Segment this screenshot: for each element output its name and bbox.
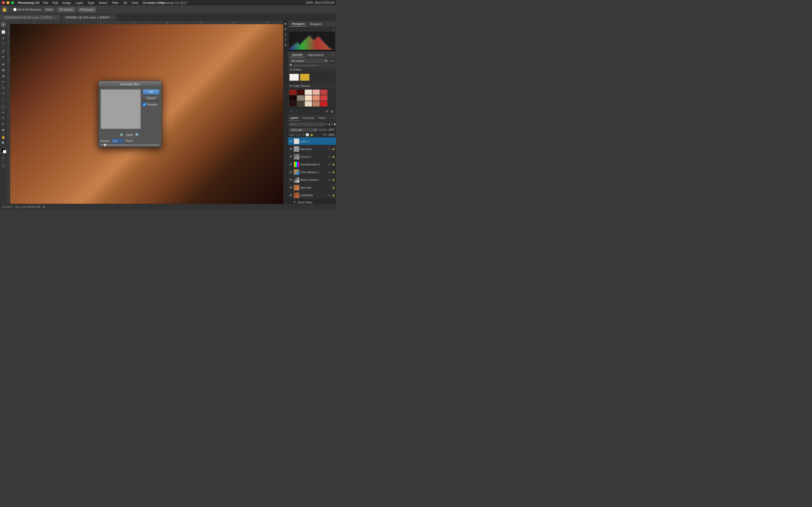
layer-filter-type-icon[interactable]: P (325, 123, 327, 125)
layer-visibility-icon-8[interactable]: 👁 (293, 201, 297, 204)
zoom-in-icon[interactable]: 🔍 (135, 133, 140, 137)
hand-tool[interactable]: ✋ (1, 134, 6, 140)
preview-checkbox-row[interactable]: Preview (143, 103, 159, 106)
document-tab-0[interactable]: C03A1993-Edit.tif @ 25% (Layer 2, RGB/16… (0, 14, 60, 20)
menu-view[interactable]: View (130, 0, 140, 5)
zoom-tool[interactable]: 🔍 (1, 140, 6, 146)
radius-input[interactable] (112, 139, 124, 143)
quick-mask-tool[interactable]: ⬭ (1, 155, 6, 161)
blur-tool[interactable]: ◌ (1, 96, 6, 102)
theme-swatch[interactable] (312, 90, 320, 95)
window-controls[interactable] (2, 1, 14, 4)
layer-item-bw[interactable]: 👁 Black & White 1 ⊞ 🔒 (288, 176, 336, 184)
layer-item-huesat[interactable]: 👁 Hue/Saturation 1 ⊞ 🔒 (288, 161, 336, 168)
swatch-white[interactable] (289, 74, 299, 81)
theme-swatch[interactable] (297, 101, 304, 107)
minimize-button[interactable] (6, 1, 9, 4)
layer-filter-adj-icon[interactable]: ◑ (328, 123, 331, 125)
libraries-tab[interactable]: Libraries (290, 53, 305, 57)
menu-icon[interactable]: ≡ (284, 38, 288, 42)
info-icon[interactable]: ℹ (284, 32, 288, 36)
library-dropdown[interactable]: My Library (289, 58, 328, 63)
theme-swatch[interactable] (305, 90, 312, 95)
scroll-all-checkbox[interactable] (13, 8, 16, 11)
swatch-yellow[interactable] (300, 74, 310, 81)
blend-mode-dropdown[interactable]: Soft Light (289, 128, 317, 132)
layer-item-highpass[interactable]: 👁 high pass ⊞ 🔒 (288, 145, 336, 153)
move-tool[interactable]: ✛ (1, 22, 6, 27)
layer-visibility-icon-1[interactable]: 👁 (289, 147, 293, 151)
radius-slider[interactable] (100, 145, 159, 146)
zoom-input[interactable]: 100% (43, 7, 55, 12)
adjustments-tab[interactable]: Adjustments (306, 53, 325, 57)
fit-screen-button[interactable]: Fit Screen (57, 7, 75, 12)
eyedropper-tool[interactable]: ✒ (1, 54, 6, 59)
close-button[interactable] (2, 1, 5, 4)
library-eye-icon[interactable]: 👁 (325, 109, 329, 114)
library-trash-icon[interactable]: 🗑 (330, 109, 335, 114)
library-search-input[interactable] (294, 64, 334, 67)
layer-visibility-icon-7[interactable]: 👁 (289, 193, 293, 197)
library-add-icon[interactable]: + (289, 109, 294, 114)
lock-paint-icon[interactable]: ✏ (299, 133, 302, 136)
menu-layer[interactable]: Layer (73, 0, 85, 5)
layer-item-layer1[interactable]: 👁 Layer 1 (288, 137, 336, 145)
fill-screen-button[interactable]: Fill Screen (78, 7, 97, 12)
zoom-out-icon[interactable]: 🔍 (120, 133, 124, 137)
text-tool[interactable]: T (1, 115, 6, 121)
lock-all-icon[interactable]: 🔒 (310, 133, 313, 136)
document-tab-1[interactable]: C03A1993-1 @ 115% (Layer 1, RGB/16*) ✕ (61, 14, 117, 20)
lock-move-icon[interactable]: ✛ (303, 133, 305, 136)
theme-swatch[interactable] (320, 95, 327, 101)
history-brush-tool[interactable]: ↩ (1, 79, 6, 84)
pen-tool[interactable]: ✏ (1, 110, 6, 115)
crop-tool[interactable]: ⊡ (1, 48, 6, 54)
heal-tool[interactable]: ⊕ (1, 62, 6, 67)
library-list-icon[interactable]: ☰ (332, 60, 335, 62)
histogram-tab[interactable]: Histogram (290, 22, 307, 26)
menu-type[interactable]: Type (86, 0, 96, 5)
layer-item-smartfilters[interactable]: 👁 Smart Filters (288, 199, 336, 204)
layer-visibility-icon-6[interactable]: 👁 (289, 186, 293, 189)
navigator-tab[interactable]: Navigator (308, 22, 324, 26)
theme-swatch[interactable] (289, 101, 297, 107)
layer-item-curves1[interactable]: 👁 Curves 1 ⊞ 🔒 (288, 153, 336, 161)
theme-swatch[interactable] (289, 95, 297, 101)
brush-tool[interactable]: ⌘ (1, 67, 6, 73)
layer-visibility-icon-3[interactable]: 👁 (289, 163, 293, 166)
cancel-button[interactable]: Cancel (143, 96, 159, 101)
menu-file[interactable]: File (41, 0, 50, 5)
layer-filter-text-icon[interactable]: T (331, 123, 333, 125)
lock-transparent-icon[interactable]: ⬡ (296, 133, 298, 136)
paths-tab[interactable]: Paths (317, 115, 328, 121)
layer-visibility-icon-5[interactable]: 👁 (289, 178, 293, 182)
foreground-color[interactable] (1, 148, 6, 153)
lasso-tool[interactable]: ⌀ (1, 35, 6, 40)
channels-tab[interactable]: Channels (300, 115, 317, 121)
background-color[interactable] (3, 150, 6, 153)
maximize-button[interactable] (11, 1, 14, 4)
layers-tab[interactable]: Layers (288, 115, 300, 121)
theme-swatch[interactable] (289, 90, 297, 95)
ok-button[interactable]: OK (143, 89, 159, 95)
layer-item-spotheal[interactable]: 👁 spot heal 🔒 (288, 184, 336, 191)
hand-tool-option[interactable]: ✋ (2, 7, 7, 12)
theme-swatch[interactable] (297, 90, 304, 95)
menu-filter[interactable]: Filter (110, 0, 121, 5)
path-selection-tool[interactable]: ⊳ (1, 121, 6, 126)
add-icon[interactable]: ⊕ (284, 43, 288, 47)
gradient-tool[interactable]: ▭ (1, 91, 6, 96)
shape-tool[interactable]: ■ (1, 127, 6, 132)
scroll-all-checkbox-container[interactable]: Scroll All Windows (13, 8, 41, 11)
theme-swatch[interactable] (305, 95, 312, 101)
layer-visibility-icon-4[interactable]: 👁 (289, 170, 293, 174)
layers-options-icon[interactable]: ≡ (333, 117, 336, 119)
layer-item-colorbal[interactable]: 👁 Color Balance 1 ⊞ 🔒 (288, 168, 336, 176)
layer-filter-shape-icon[interactable]: ⬟ (334, 123, 336, 125)
color-themes-section-header[interactable]: ▼ Color Themes (288, 83, 336, 89)
library-upload-icon[interactable]: ↑ (295, 109, 299, 114)
tab-close-0[interactable]: ✕ (54, 16, 56, 19)
theme-swatch[interactable] (312, 95, 320, 101)
lib-panel-options[interactable]: ≡ (333, 54, 334, 56)
panel-toggle-icon[interactable]: ▶ (284, 22, 288, 25)
